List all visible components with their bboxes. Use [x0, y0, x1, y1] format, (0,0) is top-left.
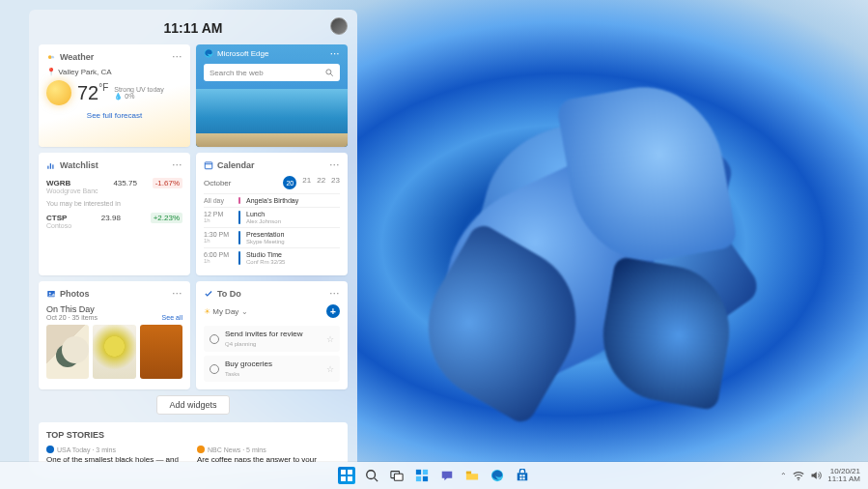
- checkbox[interactable]: [210, 364, 219, 374]
- svg-rect-23: [465, 472, 470, 475]
- svg-rect-22: [422, 476, 427, 481]
- search-icon: [324, 68, 334, 77]
- svg-line-16: [374, 478, 378, 482]
- todo-card[interactable]: To Do ··· ☀ My Day ⌄ + Send invites for …: [196, 281, 348, 389]
- edge-card[interactable]: Microsoft Edge ··· Search the web 📍 Bama…: [196, 44, 348, 147]
- photos-heading: On This Day: [46, 304, 182, 314]
- card-title: Calendar: [217, 160, 325, 170]
- widgets-button[interactable]: [413, 467, 431, 484]
- add-widgets-button[interactable]: Add widgets: [156, 395, 229, 415]
- more-icon[interactable]: ···: [329, 289, 340, 299]
- more-icon[interactable]: ···: [172, 289, 182, 299]
- calendar-event[interactable]: 1:30 PM1hPresentationSkype Meeting: [204, 227, 340, 247]
- checkbox[interactable]: [210, 334, 219, 344]
- photos-card[interactable]: Photos ··· On This Day Oct 20 · 35 items…: [39, 281, 190, 389]
- card-title: Watchlist: [60, 160, 168, 170]
- svg-rect-28: [519, 477, 521, 479]
- search-input[interactable]: Search the web: [204, 64, 340, 81]
- more-icon[interactable]: ···: [330, 49, 340, 58]
- svg-rect-21: [415, 476, 420, 481]
- weather-card[interactable]: Weather ··· 📍 Valley Park, CA 72°F Stron…: [39, 44, 190, 147]
- todo-icon: [204, 289, 213, 299]
- photos-thumbnails[interactable]: [46, 325, 182, 379]
- panel-time: 11:11 AM: [164, 20, 223, 36]
- svg-rect-27: [522, 475, 524, 476]
- widgets-panel: 11:11 AM Weather ··· 📍 Valley Park, CA 7…: [29, 10, 357, 472]
- svg-point-2: [326, 70, 331, 74]
- svg-rect-18: [394, 474, 403, 480]
- svg-rect-12: [348, 470, 352, 475]
- stock-row[interactable]: WGRBWoodgrove Banc435.75-1.67%: [46, 176, 182, 196]
- more-icon[interactable]: ···: [172, 160, 182, 170]
- file-explorer-button[interactable]: [463, 467, 481, 484]
- card-title: Microsoft Edge: [217, 49, 326, 58]
- edge-taskbar-button[interactable]: [489, 467, 506, 484]
- photos-icon: [46, 289, 56, 299]
- svg-point-10: [49, 292, 51, 294]
- star-icon[interactable]: ☆: [326, 334, 334, 344]
- interest-label: You may be interested in: [46, 200, 182, 207]
- edge-icon: [204, 48, 213, 58]
- sun-icon: [46, 80, 71, 105]
- photos-meta: Oct 20 · 35 items: [46, 314, 98, 321]
- svg-rect-6: [52, 164, 53, 168]
- store-button[interactable]: [514, 467, 531, 484]
- svg-rect-19: [415, 470, 420, 475]
- svg-rect-29: [522, 477, 524, 479]
- search-button[interactable]: [363, 467, 380, 484]
- weather-icon: [46, 52, 56, 62]
- more-icon[interactable]: ···: [172, 52, 182, 62]
- calendar-card[interactable]: Calendar ··· October 20212223 All dayAng…: [196, 153, 348, 275]
- calendar-event[interactable]: All dayAngela's Birthday: [204, 193, 340, 207]
- taskbar: ⌃ 10/20/21 11:11 AM: [0, 462, 868, 489]
- svg-rect-11: [341, 470, 346, 475]
- card-title: Weather: [60, 52, 168, 62]
- calendar-month: October: [204, 179, 231, 187]
- weather-details: Strong UV today 💧 0%: [114, 86, 163, 101]
- watchlist-card[interactable]: Watchlist ··· WGRBWoodgrove Banc435.75-1…: [39, 153, 190, 275]
- volume-icon[interactable]: [810, 470, 822, 481]
- more-icon[interactable]: ···: [329, 160, 340, 170]
- wifi-icon[interactable]: [793, 470, 804, 481]
- task-view-button[interactable]: [388, 467, 406, 484]
- svg-line-3: [330, 73, 333, 76]
- card-title: Photos: [60, 289, 168, 299]
- svg-rect-25: [517, 473, 527, 480]
- svg-rect-14: [348, 476, 352, 481]
- calendar-event[interactable]: 6:00 PM1hStudio TimeConf Rm 32/35: [204, 247, 340, 268]
- todo-item[interactable]: Send invites for reviewQ4 planning☆: [204, 326, 340, 352]
- calendar-icon: [204, 160, 213, 170]
- svg-rect-20: [422, 470, 427, 475]
- svg-rect-4: [47, 166, 48, 169]
- calendar-days[interactable]: 20212223: [283, 176, 340, 189]
- svg-point-15: [366, 471, 375, 479]
- star-icon[interactable]: ☆: [326, 364, 334, 374]
- svg-point-30: [798, 479, 799, 481]
- temperature: 72: [77, 82, 98, 103]
- chart-icon: [46, 160, 56, 170]
- tray-clock[interactable]: 10/20/21 11:11 AM: [827, 468, 860, 483]
- chat-button[interactable]: [438, 467, 456, 484]
- start-button[interactable]: [338, 467, 355, 484]
- system-tray[interactable]: ⌃ 10/20/21 11:11 AM: [780, 468, 860, 483]
- svg-rect-5: [50, 163, 51, 169]
- svg-rect-7: [205, 162, 212, 169]
- weather-location: 📍 Valley Park, CA: [46, 68, 182, 76]
- todo-item[interactable]: Buy groceriesTasks☆: [204, 356, 340, 382]
- user-avatar[interactable]: [330, 17, 348, 35]
- stock-row[interactable]: CTSPContoso23.98+2.23%: [46, 211, 182, 231]
- todo-list-name[interactable]: ☀ My Day ⌄: [204, 307, 248, 316]
- section-title: TOP STORIES: [46, 430, 340, 440]
- tray-chevron-icon[interactable]: ⌃: [780, 472, 787, 480]
- see-all-link[interactable]: See all: [162, 314, 182, 321]
- svg-rect-13: [341, 476, 346, 481]
- edge-image: 📍 Bama Ohashi, Japan: [196, 89, 348, 147]
- card-title: To Do: [217, 289, 325, 299]
- svg-rect-26: [519, 475, 521, 476]
- calendar-event[interactable]: 12 PM1hLunchAlex Johnson: [204, 207, 340, 227]
- forecast-link[interactable]: See full forecast: [46, 111, 182, 120]
- add-task-button[interactable]: +: [326, 304, 340, 318]
